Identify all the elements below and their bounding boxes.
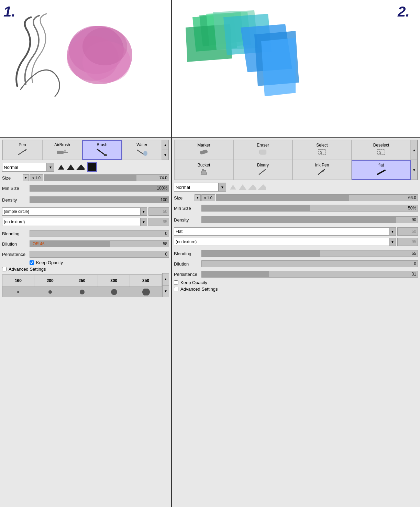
right-size-value: 66.0 [408,195,416,200]
right-blending-slider[interactable]: 55 [201,250,418,257]
brush-dot-1[interactable] [2,287,34,297]
texture-dropdown-arrow[interactable]: ▼ [140,218,147,226]
right-number: 2. [398,3,410,20]
left-advanced-row: Advanced Settings [2,267,169,272]
right-blendmode-dropdown[interactable]: Normal [174,183,219,192]
shape-dropdown[interactable]: (simple circle) [2,207,140,216]
brush-dot-3[interactable] [66,287,98,297]
right-density-slider[interactable]: 90 [201,216,418,223]
right-shape-large[interactable] [248,183,256,191]
brush-dot-5[interactable] [130,287,162,297]
brush-size-200[interactable]: 200 [34,275,66,287]
left-blendmode-arrow[interactable]: ▼ [47,163,54,172]
tab-pen[interactable]: Pen [2,140,42,160]
right-dilution-label: Dilution [174,261,201,267]
shape-dropdown-value: (simple circle) [4,209,29,214]
left-shape-row: (simple circle) ▼ 50 [2,207,169,216]
right-size-row: Size ▼ x 1.0 66.0 [174,193,418,202]
right-texture-dropdown[interactable]: (no texture) [174,238,389,246]
brush-size-300[interactable]: 300 [98,275,130,287]
right-dilution-value: 0 [414,261,416,266]
tab-scroll-up[interactable]: ▲ [162,140,169,150]
tab-marker[interactable]: Marker [174,140,233,160]
size-decrease-btn[interactable]: ▼ [23,174,29,181]
right-persistence-slider[interactable]: 31 [201,271,418,278]
tab-airbrush[interactable]: AirBrush [42,140,82,160]
left-blending-row: Blending 0 [2,229,169,238]
right-keep-opacity-label: Keep Opacity [180,280,207,285]
right-tool-tabs: Marker Eraser Select S [174,140,418,180]
dilution-slider[interactable]: OR 46 58 [30,240,169,247]
tab-select[interactable]: Select S [292,140,352,160]
texture-dropdown[interactable]: (no texture) [2,218,140,226]
blending-slider[interactable]: 0 [30,230,169,237]
svg-marker-44 [239,184,246,190]
shape-medium[interactable] [67,163,75,171]
right-size-label: Size [174,195,195,201]
brush-size-350[interactable]: 350 [130,275,162,287]
brush-dot-4[interactable] [98,287,130,297]
brush-icon [96,148,108,158]
left-minsize-row: Min Size 100% [2,184,169,193]
shape-dropdown-arrow[interactable]: ▼ [140,207,147,216]
tab-eraser-label: Eraser [257,143,269,148]
brush-size-250[interactable]: 250 [66,275,98,287]
brush-size-160[interactable]: 160 [2,275,34,287]
density-slider[interactable]: 100 [30,196,169,203]
tab-inkpen-label: Ink Pen [315,163,329,168]
tab-flat[interactable]: flat [352,160,411,180]
water-icon [136,148,148,158]
right-shape-medium[interactable] [239,183,247,191]
right-texture-dropdown-value: (no texture) [176,239,197,244]
right-keep-opacity-checkbox[interactable] [174,280,178,285]
right-shape-dropdown[interactable]: Flat [174,227,389,236]
right-shape-extra-value: 50 [412,229,416,234]
green-brush-svg [179,7,299,110]
tab-inkpen[interactable]: Ink Pen [292,160,352,180]
right-blendmode-arrow[interactable]: ▼ [219,183,226,192]
tab-deselect[interactable]: Deselect S [352,140,411,160]
keep-opacity-checkbox[interactable] [30,260,34,265]
right-shape-small[interactable] [229,183,237,191]
brush-scroll-down[interactable]: ▼ [162,285,169,297]
right-tab-scroll-up[interactable]: ▲ [411,140,418,160]
left-canvas: 1. [0,0,172,137]
size-slider[interactable]: 74.0 [44,174,169,181]
svg-marker-43 [230,185,236,190]
tab-eraser[interactable]: Eraser [233,140,292,160]
right-dilution-slider[interactable]: 0 [201,260,418,267]
tab-scroll-down[interactable]: ▼ [162,150,169,160]
tab-bucket[interactable]: Bucket [174,160,233,180]
brush-scroll-up[interactable]: ▲ [162,273,169,285]
right-shape-extra: 50 [397,227,418,236]
right-shape-xlarge[interactable] [258,183,266,191]
tab-pen-label: Pen [19,142,26,147]
advanced-checkbox[interactable] [2,267,7,271]
left-dilution-row: Dilution OR 46 58 [2,239,169,248]
svg-point-4 [82,28,127,65]
shape-large[interactable] [76,163,85,171]
right-tab-scroll-down[interactable]: ▼ [411,160,418,180]
svg-rect-31 [200,149,208,154]
right-size-multiplier: x 1.0 [201,194,215,201]
right-minsize-label: Min Size [174,206,201,211]
right-shape-dropdown-arrow[interactable]: ▼ [389,227,396,236]
persistence-slider[interactable]: 0 [30,251,169,258]
right-texture-dropdown-arrow[interactable]: ▼ [389,238,396,246]
tab-binary[interactable]: Binary [233,160,292,180]
tab-water[interactable]: Water [122,140,162,160]
deselect-icon: S [376,148,386,158]
left-blendmode-dropdown[interactable]: Normal [2,163,47,172]
right-minsize-slider[interactable]: 50% [201,205,418,212]
brush-dot-2[interactable] [34,287,66,297]
right-advanced-checkbox[interactable] [174,287,178,291]
right-size-decrease-btn[interactable]: ▼ [195,194,201,201]
brush-sizes-area: 160 200 250 300 350 [2,273,169,297]
left-tool-tabs: Pen AirBrush Brush [2,140,169,160]
shape-small[interactable] [57,163,65,171]
brush-sizes-inner: 160 200 250 300 350 [2,273,162,297]
minsize-slider[interactable]: 100% [30,185,169,192]
right-size-slider[interactable]: 66.0 [216,194,418,201]
color-swatch[interactable] [87,162,97,172]
tab-brush[interactable]: Brush [82,140,122,160]
